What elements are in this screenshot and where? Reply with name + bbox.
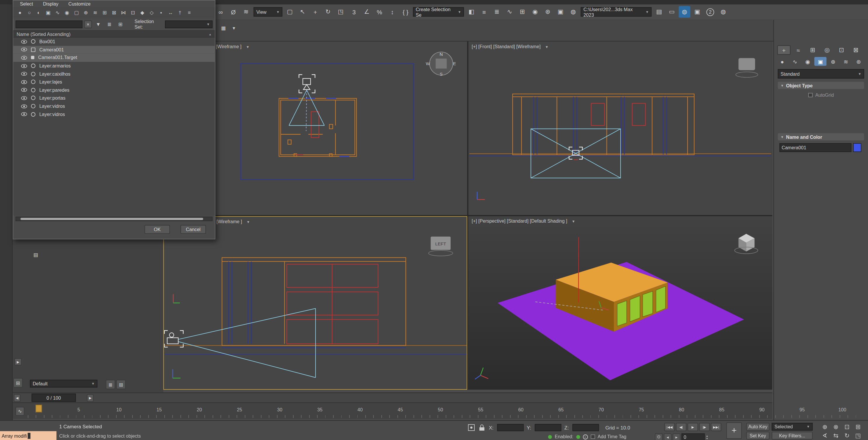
pin-explorer-icon[interactable]: † (176, 8, 184, 17)
snaps-toggle-icon[interactable]: 3 (348, 6, 360, 18)
explorer-settings-icon[interactable]: ≡ (185, 8, 194, 17)
track-bar-frame-marker[interactable] (35, 405, 42, 412)
bind-to-space-warp-icon[interactable]: ≋ (240, 6, 252, 18)
clear-search-button[interactable]: × (84, 21, 92, 28)
camera-type-dropdown[interactable]: Standard ▼ (778, 69, 864, 78)
viewcube[interactable] (736, 58, 758, 77)
name-column-header[interactable]: Name (Sorted Ascending) ▲ (13, 30, 215, 38)
visibility-eye-icon[interactable] (21, 64, 27, 68)
display-helpers-icon[interactable]: ⊕ (81, 8, 90, 17)
left-viewport-canvas[interactable]: LEFT (164, 217, 467, 390)
viewport-menu-icon[interactable]: ▼ (545, 44, 549, 48)
category-systems[interactable]: ⊛ (852, 57, 865, 66)
visibility-eye-icon[interactable] (21, 47, 27, 52)
rendered-frame-window-icon[interactable]: ▣ (555, 6, 566, 18)
next-frame-button[interactable]: |▶ (699, 423, 710, 431)
add-time-tag-label[interactable]: Add Time Tag (598, 434, 626, 439)
next-key-button[interactable]: ▶ (673, 433, 681, 440)
track-bar[interactable]: ∿ 51015202530354045505560657075808590951… (13, 402, 772, 419)
key-selection-dropdown[interactable]: Selected ▼ (772, 423, 813, 430)
list-item-camera001-target[interactable]: Camera001.Target (13, 54, 215, 62)
perspective-viewport-canvas[interactable] (468, 216, 772, 390)
sync-selection-icon[interactable]: ↔ (166, 8, 175, 17)
name-and-color-rollout[interactable]: ▼ Name and Color (778, 133, 864, 140)
tab-display[interactable]: ⊡ (835, 45, 848, 55)
front-viewport-canvas[interactable] (468, 41, 772, 215)
viewport-perspective[interactable]: [+] [Perspective] [Standard] [Default Sh… (468, 216, 772, 390)
zoom-extents-icon[interactable]: ⊡ (841, 422, 852, 431)
list-item-layer-vidros-2[interactable]: Layer:vidros (13, 110, 215, 118)
cancel-button[interactable]: Cancel (181, 225, 206, 234)
select-invert-icon[interactable]: ◐ (34, 8, 43, 17)
category-cameras[interactable]: ▣ (814, 57, 827, 66)
percent-snap-icon[interactable]: % (374, 6, 385, 18)
zoom-icon[interactable]: ⊕ (819, 422, 830, 431)
layer-explorer-icon[interactable]: ▤ (653, 6, 665, 18)
mirror-icon[interactable]: ◧ (466, 6, 477, 18)
category-geometry[interactable]: ● (776, 57, 788, 66)
maxscript-mini-listener[interactable]: Array modifi (0, 431, 57, 440)
auto-key-button[interactable]: Auto Key (746, 423, 770, 430)
scrollbar-thumb[interactable] (21, 218, 203, 220)
key-mode-toggle-icon[interactable]: ⊙ (655, 433, 663, 440)
select-none-icon[interactable]: ○ (25, 8, 34, 17)
layer-view-icon[interactable]: ≣ (105, 20, 114, 29)
current-frame-field[interactable]: 0 (681, 433, 705, 440)
visibility-eye-icon[interactable] (21, 112, 27, 116)
time-slider-handle[interactable]: 0 / 100 (32, 394, 76, 402)
tab-create[interactable]: + (777, 45, 790, 55)
go-to-start-button[interactable]: |◀◀ (664, 423, 675, 431)
curve-editor-icon[interactable]: ∿ (504, 6, 516, 18)
visibility-eye-icon[interactable] (21, 72, 27, 76)
viewport-label[interactable]: [Wireframe ] ▼ (216, 219, 250, 225)
notifications-icon[interactable]: i (583, 434, 588, 439)
category-shapes[interactable]: ∿ (789, 57, 801, 66)
camera001-object[interactable] (167, 333, 178, 344)
camera001-object[interactable] (303, 78, 311, 90)
tab-motion[interactable]: ◎ (820, 45, 834, 55)
visibility-eye-icon[interactable] (21, 96, 27, 100)
manage-layers-icon[interactable]: ≣ (491, 6, 503, 18)
go-to-end-button[interactable]: ▶▶| (711, 423, 721, 431)
dialog-menu-customize[interactable]: Customize (68, 1, 91, 7)
viewport-label[interactable]: [Wireframe ] ▼ (216, 43, 249, 49)
add-keys-button[interactable]: + (726, 422, 742, 439)
viewport-label[interactable]: [+] [Front] [Standard] [Wireframe] ▼ (472, 43, 549, 49)
render-setup-icon[interactable]: ⊛ (542, 6, 554, 18)
viewport-label[interactable]: [+] [Perspective] [Standard] [Default Sh… (472, 218, 575, 224)
viewport-compass[interactable]: N W E S (426, 52, 456, 76)
project-path-dropdown[interactable]: C:\Users\202...3ds Max 2023 ▼ (581, 7, 652, 16)
visibility-eye-icon[interactable] (21, 80, 27, 84)
viewport-menu-icon[interactable]: ▼ (572, 219, 575, 223)
zoom-all-icon[interactable]: ⊗ (830, 422, 841, 431)
display-spacewarps-icon[interactable]: ≋ (91, 8, 99, 17)
dialog-menu-display[interactable]: Display (43, 1, 59, 7)
viewport-layout-tab-icon[interactable]: ▦ (219, 23, 228, 32)
named-selection-sets-dropdown[interactable]: Create Selection Se ▼ (413, 7, 464, 16)
display-cameras-icon[interactable]: ▢ (72, 8, 81, 17)
visibility-eye-icon[interactable] (21, 104, 27, 108)
display-groups-icon[interactable]: ⊞ (100, 8, 109, 17)
frame-spinner[interactable]: ▲▼ (706, 434, 708, 440)
list-item-layer-caixilhos[interactable]: Layer:caixilhos (13, 70, 215, 78)
list-item-layer-portas[interactable]: Layer:portas (13, 94, 215, 102)
dock-expand-button[interactable]: ▶ (14, 358, 22, 366)
select-and-link-icon[interactable]: ∞ (215, 6, 226, 18)
display-materials-icon[interactable]: ◆ (138, 8, 147, 17)
list-item-layer-lajes[interactable]: Layer:lajes (13, 78, 215, 86)
select-object-icon[interactable]: ↖ (297, 6, 309, 18)
grid-view-icon[interactable]: ⊞ (116, 20, 125, 29)
previous-frame-button[interactable]: ◀| (676, 423, 686, 431)
display-geometry-icon[interactable]: ▣ (44, 8, 53, 17)
visibility-eye-icon[interactable] (21, 40, 27, 43)
viewcube[interactable]: LEFT (429, 237, 453, 256)
play-button[interactable]: ▶ (687, 423, 698, 431)
select-and-scale-icon[interactable]: ◳ (335, 6, 346, 18)
render-teapot-icon[interactable]: ◍ (679, 6, 690, 18)
dock-layer-list-icon[interactable]: ≣ (106, 380, 115, 389)
category-lights[interactable]: ◉ (802, 57, 814, 66)
x-coordinate-field[interactable] (497, 424, 524, 431)
display-bones-icon[interactable]: ⋈ (119, 8, 128, 17)
orbit-icon[interactable]: ↻ (841, 431, 852, 440)
y-coordinate-field[interactable] (535, 424, 561, 431)
